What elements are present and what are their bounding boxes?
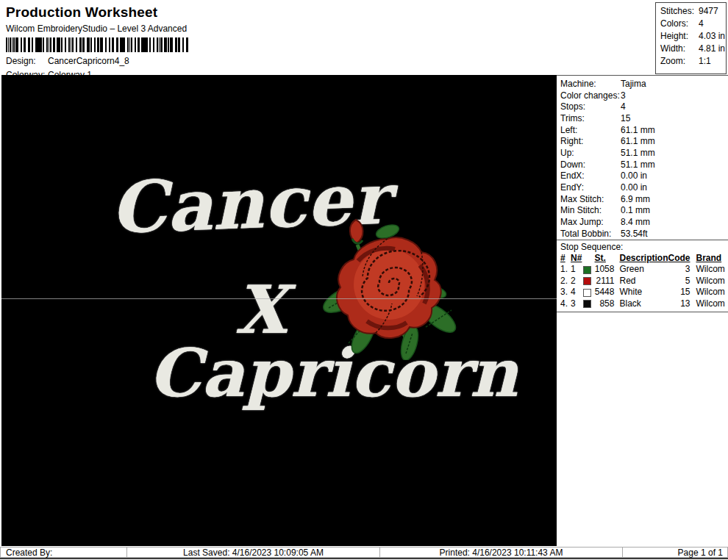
design-label: Design: bbox=[6, 56, 48, 66]
info-row-left: Left:61.1 mm bbox=[560, 124, 728, 136]
stat-height: Height: 4.03 in bbox=[660, 31, 726, 41]
thread-color-swatch bbox=[583, 289, 591, 297]
info-row-down: Down:51.1 mm bbox=[560, 159, 728, 170]
stop-sequence-row: 3. 4 5448 White 15 Wilcom bbox=[560, 287, 727, 298]
page-title: Production Worksheet bbox=[6, 4, 521, 21]
barcode-image bbox=[6, 37, 188, 52]
stop-sequence-row: 2. 2 2111 Red 5 Wilcom bbox=[560, 275, 727, 287]
design-value: CancerCapricorn4_8 bbox=[48, 56, 129, 66]
stop-sequence-header-row: # N# St. Description Code Brand bbox=[560, 253, 727, 264]
info-row-stops: Stops:4 bbox=[560, 101, 728, 112]
design-canvas: Cancer X Capricorn bbox=[1, 75, 557, 546]
info-row-endy: EndY:0.00 in bbox=[560, 182, 728, 193]
info-row-color-changes: Color changes:3 bbox=[560, 90, 728, 101]
info-row-endx: EndX:0.00 in bbox=[560, 170, 728, 182]
thread-color-swatch bbox=[583, 300, 591, 308]
horizontal-guide-line bbox=[1, 298, 557, 299]
info-panel: Machine:Tajima Color changes:3 Stops:4 T… bbox=[557, 75, 728, 546]
stat-zoom: Zoom: 1:1 bbox=[660, 56, 726, 66]
stat-width: Width: 4.81 in bbox=[660, 43, 726, 54]
info-row-trims: Trims:15 bbox=[560, 112, 728, 124]
stop-sequence-table: # N# St. Description Code Brand 1. 1 1 bbox=[560, 253, 727, 309]
info-row-max-stitch: Max Stitch:6.9 mm bbox=[560, 193, 728, 205]
info-row-right: Right:61.1 mm bbox=[560, 135, 728, 147]
info-row-up: Up:51.1 mm bbox=[560, 147, 728, 159]
info-row-total-bobbin: Total Bobbin:53.54ft bbox=[560, 228, 728, 240]
stop-sequence-row: 4. 3 858 Black 13 Wilcom bbox=[560, 298, 727, 309]
production-worksheet-page: Production Worksheet Wilcom EmbroiderySt… bbox=[0, 0, 728, 560]
footer-page-number: Page 1 of 1 bbox=[622, 547, 728, 558]
app-subtitle: Wilcom EmbroideryStudio – Level 3 Advanc… bbox=[6, 24, 521, 34]
col-header-brand: Brand bbox=[691, 253, 727, 264]
info-row-machine: Machine:Tajima bbox=[560, 78, 728, 90]
info-row-max-jump: Max Jump:8.4 mm bbox=[560, 216, 728, 228]
stop-sequence-row: 1. 1 1058 Green 3 Wilcom bbox=[560, 264, 727, 276]
thread-color-swatch bbox=[583, 277, 591, 285]
stat-stitches: Stitches: 9477 bbox=[660, 6, 726, 16]
stats-box: Stitches: 9477 Colors: 4 Height: 4.03 in… bbox=[655, 2, 727, 74]
stat-colors: Colors: 4 bbox=[660, 18, 726, 29]
machine-info-list: Machine:Tajima Color changes:3 Stops:4 T… bbox=[557, 76, 728, 240]
worksheet-header: Production Worksheet Wilcom EmbroiderySt… bbox=[6, 4, 521, 80]
col-header-code: Code bbox=[668, 253, 691, 264]
thread-color-swatch bbox=[583, 266, 591, 274]
rose-icon bbox=[323, 209, 459, 360]
footer-created-by: Created By: bbox=[0, 547, 126, 558]
col-header-n: N# bbox=[571, 253, 583, 264]
info-row-min-stitch: Min Stitch:0.1 mm bbox=[560, 205, 728, 217]
footer-printed: Printed: 4/16/2023 10:11:43 AM bbox=[379, 547, 622, 558]
design-name-row: Design: CancerCapricorn4_8 bbox=[6, 56, 521, 66]
rose-embroidery-graphic bbox=[323, 209, 459, 360]
footer-last-saved: Last Saved: 4/16/2023 10:09:05 AM bbox=[126, 547, 379, 558]
stop-sequence-section: Stop Sequence: # N# St. Description Code… bbox=[557, 240, 728, 312]
stop-sequence-title: Stop Sequence: bbox=[560, 242, 728, 253]
col-header-num: # bbox=[560, 253, 571, 264]
col-header-description: Description bbox=[616, 253, 668, 264]
worksheet-footer: Created By: Last Saved: 4/16/2023 10:09:… bbox=[0, 547, 728, 559]
col-header-swatch bbox=[583, 253, 595, 264]
col-header-st: St. bbox=[595, 253, 617, 264]
